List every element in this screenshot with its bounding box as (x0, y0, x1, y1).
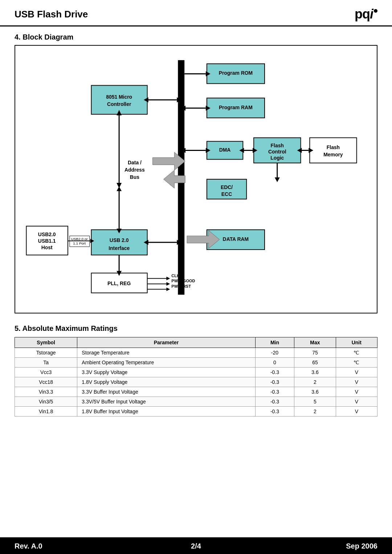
logo-text: pq (355, 7, 370, 22)
table-cell: 3.3V/5V Buffer Input Voltage (77, 397, 255, 407)
flash-memory-box (310, 138, 356, 163)
micro-controller-box (91, 85, 147, 114)
block-diagram-svg: Program ROM Program RAM 8051 Micro Contr… (15, 46, 377, 313)
table-cell: Ta (15, 358, 77, 368)
ratings-title: 5. Absolute Maximum Ratings (15, 324, 377, 333)
table-row: Vcc181.8V Supply Voltage-0.32V (15, 377, 377, 387)
ratings-table: Symbol Parameter Min Max Unit TstorageSt… (15, 337, 377, 416)
table-cell: 65 (294, 358, 336, 368)
table-row: Vin3.33.3V Buffer Input Voltage-0.33.6V (15, 387, 377, 397)
table-cell: -0.3 (255, 377, 294, 387)
table-row: TaAmbient Operating Temperature065℃ (15, 358, 377, 368)
table-cell: 2 (294, 407, 336, 416)
program-rom-label: Program ROM (219, 70, 253, 76)
table-cell: 2 (294, 377, 336, 387)
table-cell: 3.3V Buffer Input Voltage (77, 387, 255, 397)
table-cell: V (336, 368, 377, 377)
table-cell: 75 (294, 348, 336, 358)
table-cell: 3.3V Supply Voltage (77, 368, 255, 377)
usb-host-label2: USB1.1 (38, 238, 56, 244)
usb-interface-label1: USB 2.0 (110, 237, 129, 243)
program-ram-label: Program RAM (219, 104, 253, 110)
clk-label: CLK (171, 274, 180, 278)
table-cell: 3.6 (294, 368, 336, 377)
table-cell: Vcc18 (15, 377, 77, 387)
table-cell: ℃ (336, 358, 377, 368)
table-cell: 1.8V Buffer Input Voltage (77, 407, 255, 416)
table-cell: Ambient Operating Temperature (77, 358, 255, 368)
table-cell: -0.3 (255, 397, 294, 407)
arrowhead-pwr-rst (166, 287, 170, 291)
table-header-row: Symbol Parameter Min Max Unit (15, 337, 377, 348)
table-cell: ℃ (336, 348, 377, 358)
table-cell: 3.6 (294, 387, 336, 397)
col-min: Min (255, 337, 294, 348)
table-row: Vcc33.3V Supply Voltage-0.33.6V (15, 368, 377, 377)
ratings-section: 5. Absolute Maximum Ratings Symbol Param… (0, 313, 392, 424)
arrowhead-fc-edc (275, 177, 280, 182)
col-symbol: Symbol (15, 337, 77, 348)
flash-memory-label1: Flash (327, 144, 340, 150)
table-cell: -0.3 (255, 387, 294, 397)
footer-date: Sep 2006 (257, 542, 377, 550)
edc-label: EDC/ (221, 184, 233, 190)
table-cell: -0.3 (255, 407, 294, 416)
footer-rev: Rev. A.0 (15, 542, 135, 550)
data-bus-label2: Address (124, 167, 145, 173)
table-cell: Tstorage (15, 348, 77, 358)
table-cell: Vin1.8 (15, 407, 77, 416)
flash-memory-label2: Memory (323, 152, 343, 157)
usb-interface-label2: Interface (109, 245, 130, 251)
table-row: TstorageStorage Temperature-2075℃ (15, 348, 377, 358)
data-ram-label: DATA RAM (223, 236, 249, 242)
arrowhead-pwr-good (166, 282, 170, 286)
arrowhead-usb-up (117, 186, 122, 191)
usb-port-label1: USB2.0 or (71, 237, 88, 241)
arrowhead-clk (166, 277, 170, 280)
data-bus-label3: Bus (130, 174, 140, 180)
dma-label: DMA (219, 147, 231, 153)
page-header: USB Flash Drive pqi (0, 0, 392, 26)
pqi-logo: pqi (355, 7, 377, 22)
micro-controller-label2: Controller (107, 101, 131, 107)
pwr-rst-label: PWR_RST (171, 284, 191, 288)
table-cell: Vin3/5 (15, 397, 77, 407)
page-title: USB Flash Drive (15, 9, 88, 20)
footer-page: 2/4 (135, 542, 256, 550)
table-cell: 5 (294, 397, 336, 407)
block-diagram-title: 4. Block Diagram (0, 26, 392, 45)
table-cell: -20 (255, 348, 294, 358)
pwr-good-label: PWR_GOOD (171, 279, 195, 283)
block-diagram-container: Program ROM Program RAM 8051 Micro Contr… (15, 45, 377, 313)
logo-dot (374, 9, 377, 13)
table-cell: V (336, 397, 377, 407)
usb-port-label2: 1.1 Port (73, 241, 86, 245)
data-bus-label1: Data / (128, 160, 142, 165)
table-cell: Storage Temperature (77, 348, 255, 358)
table-cell: 0 (255, 358, 294, 368)
table-cell: Vin3.3 (15, 387, 77, 397)
table-cell: Vcc3 (15, 368, 77, 377)
table-row: Vin3/53.3V/5V Buffer Input Voltage-0.35V (15, 397, 377, 407)
page-footer: Rev. A.0 2/4 Sep 2006 (0, 537, 392, 554)
col-unit: Unit (336, 337, 377, 348)
table-cell: V (336, 407, 377, 416)
table-cell: -0.3 (255, 368, 294, 377)
ecc-label: ECC (221, 191, 232, 197)
col-parameter: Parameter (77, 337, 255, 348)
pll-reg-label: PLL, REG (107, 280, 131, 286)
table-cell: 1.8V Supply Voltage (77, 377, 255, 387)
table-cell: V (336, 377, 377, 387)
col-max: Max (294, 337, 336, 348)
table-row: Vin1.81.8V Buffer Input Voltage-0.32V (15, 407, 377, 416)
flash-control-label2: Control (268, 149, 286, 155)
usb-host-label1: USB2.0 (38, 231, 56, 237)
usb-host-label3: Host (41, 245, 53, 250)
table-cell: V (336, 387, 377, 397)
flash-control-label3: Logic (270, 155, 284, 161)
micro-controller-label1: 8051 Micro (106, 94, 132, 100)
flash-control-label1: Flash (271, 143, 284, 148)
